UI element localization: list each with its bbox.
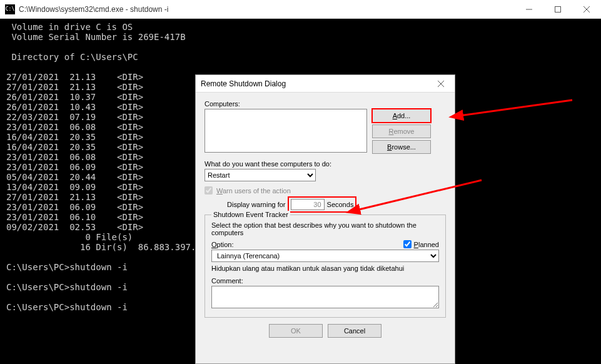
tracker-title: Shutdown Event Tracker: [211, 211, 290, 218]
minimize-button[interactable]: [515, 0, 543, 19]
maximize-button[interactable]: [543, 0, 572, 19]
reason-description: Hidupkan ulang atau matikan untuk alasan…: [211, 265, 439, 272]
option-label: Option:: [211, 241, 233, 248]
warn-users-label: Warn users of the action: [216, 187, 291, 195]
computers-label: Computers:: [205, 100, 446, 108]
browse-button[interactable]: Browse...: [372, 140, 431, 154]
display-warning-label: Display warning for: [227, 201, 286, 208]
svg-rect-1: [555, 6, 561, 12]
seconds-input[interactable]: [291, 199, 325, 210]
shutdown-event-tracker-group: Shutdown Event Tracker Select the option…: [205, 215, 446, 318]
seconds-label: Seconds: [327, 201, 354, 208]
close-button[interactable]: [572, 0, 601, 19]
dialog-titlebar: Remote Shutdown Dialog: [196, 75, 455, 93]
warn-users-row: Warn users of the action: [205, 186, 446, 195]
dialog-title: Remote Shutdown Dialog: [201, 79, 432, 88]
add-button[interactable]: Add...: [372, 109, 431, 123]
planned-label: Planned: [414, 241, 439, 248]
dialog-close-button[interactable]: [432, 78, 450, 90]
remote-shutdown-dialog: Remote Shutdown Dialog Computers: Add...…: [195, 74, 455, 364]
cmd-icon: C:\: [5, 4, 15, 14]
comment-label: Comment:: [211, 277, 439, 285]
ok-button[interactable]: OK: [269, 324, 323, 338]
action-label: What do you want these computers to do:: [205, 160, 446, 168]
window-titlebar: C:\ C:\Windows\system32\cmd.exe - shutdo…: [0, 0, 601, 19]
reason-select[interactable]: Lainnya (Terencana): [211, 250, 439, 262]
comment-textarea[interactable]: [211, 286, 439, 308]
warn-users-checkbox[interactable]: [205, 186, 213, 195]
action-select[interactable]: Restart: [205, 169, 316, 181]
window-title: C:\Windows\system32\cmd.exe - shutdown -…: [19, 5, 515, 14]
computers-listbox[interactable]: [205, 109, 367, 153]
tracker-explain: Select the option that best describes wh…: [211, 221, 439, 236]
seconds-highlight: Seconds: [290, 198, 355, 211]
cancel-button[interactable]: Cancel: [328, 324, 381, 338]
remove-button[interactable]: Remove: [372, 124, 431, 138]
planned-checkbox[interactable]: [403, 240, 412, 248]
